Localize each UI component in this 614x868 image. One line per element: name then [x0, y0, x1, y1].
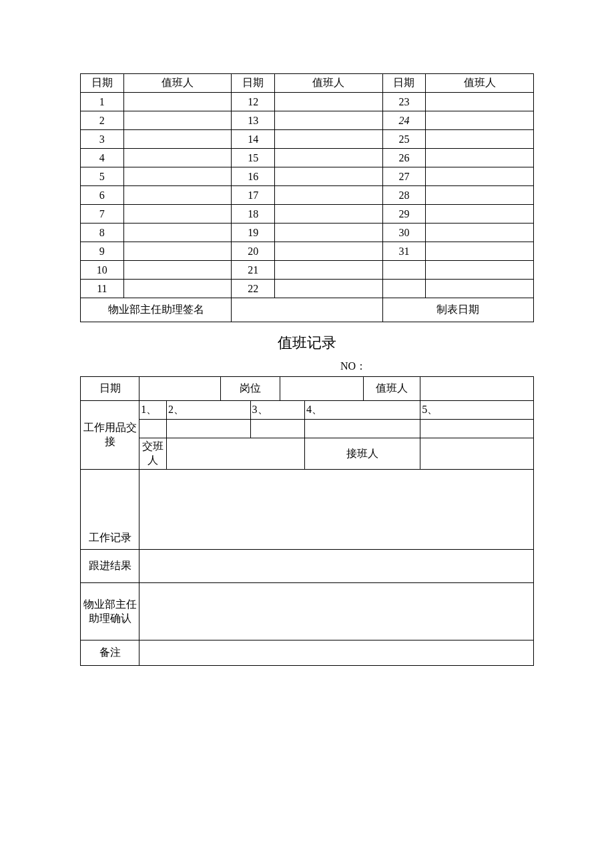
person-cell[interactable] [426, 242, 534, 261]
table-row: 跟进结果 [81, 550, 534, 583]
handover-value[interactable] [166, 438, 304, 470]
post-label: 岗位 [221, 377, 280, 401]
table-row: 6 17 28 [81, 186, 534, 205]
date-cell: 3 [81, 130, 124, 149]
date-cell: 24 [382, 111, 426, 130]
handover-label: 交班人 [139, 438, 167, 470]
person-cell[interactable] [274, 280, 382, 298]
date-cell: 10 [81, 261, 124, 280]
receiver-label: 接班人 [305, 438, 420, 470]
confirm-label: 物业部主任助理确认 [81, 583, 139, 640]
item-cell[interactable]: 1、 [139, 401, 167, 420]
date-cell: 17 [232, 186, 275, 205]
person-cell[interactable] [123, 280, 232, 298]
person-cell[interactable] [426, 205, 534, 224]
remark-label: 备注 [81, 640, 139, 666]
header-person: 值班人 [123, 74, 232, 93]
table-row [81, 420, 534, 438]
date-cell: 4 [81, 149, 124, 167]
person-cell[interactable] [426, 280, 534, 298]
date-cell [382, 280, 426, 298]
header-person: 值班人 [426, 74, 534, 93]
table-row: 10 21 [81, 261, 534, 280]
person-cell[interactable] [123, 205, 232, 224]
table-row: 工作记录 [81, 470, 534, 550]
table-row: 5 16 27 [81, 167, 534, 186]
person-cell[interactable] [274, 93, 382, 111]
person-cell[interactable] [123, 130, 232, 149]
date-cell: 5 [81, 167, 124, 186]
header-date: 日期 [232, 74, 275, 93]
table-row: 8 19 30 [81, 224, 534, 242]
person-cell[interactable] [123, 186, 232, 205]
signature-label: 物业部主任助理签名 [81, 298, 232, 322]
person-cell[interactable] [274, 167, 382, 186]
item-detail[interactable] [250, 420, 304, 438]
person-cell[interactable] [274, 111, 382, 130]
item-detail[interactable] [166, 420, 250, 438]
item-detail[interactable] [305, 420, 420, 438]
header-date: 日期 [81, 74, 124, 93]
person-cell[interactable] [123, 224, 232, 242]
item-detail[interactable] [139, 420, 167, 438]
person-label: 值班人 [364, 377, 420, 401]
item-cell[interactable]: 4、 [305, 401, 420, 420]
person-cell[interactable] [426, 111, 534, 130]
person-value[interactable] [420, 377, 534, 401]
item-cell[interactable]: 3、 [250, 401, 304, 420]
person-cell[interactable] [426, 130, 534, 149]
person-cell[interactable] [123, 111, 232, 130]
person-cell[interactable] [274, 242, 382, 261]
person-cell[interactable] [123, 93, 232, 111]
date-cell: 31 [382, 242, 426, 261]
date-cell: 13 [232, 111, 275, 130]
table-row: 日期 岗位 值班人 [81, 377, 534, 401]
remark-value[interactable] [139, 640, 534, 666]
date-cell: 11 [81, 280, 124, 298]
person-cell[interactable] [274, 149, 382, 167]
table-row: 日期 值班人 日期 值班人 日期 值班人 [81, 74, 534, 93]
post-value[interactable] [280, 377, 364, 401]
table-row: 4 15 26 [81, 149, 534, 167]
item-cell[interactable]: 5、 [420, 401, 534, 420]
person-cell[interactable] [426, 93, 534, 111]
person-cell[interactable] [274, 205, 382, 224]
person-cell[interactable] [426, 149, 534, 167]
person-cell[interactable] [274, 130, 382, 149]
person-cell[interactable] [274, 186, 382, 205]
table-row: 7 18 29 [81, 205, 534, 224]
date-cell: 29 [382, 205, 426, 224]
table-row: 交班人 接班人 [81, 438, 534, 470]
person-cell[interactable] [426, 261, 534, 280]
receiver-value[interactable] [420, 438, 534, 470]
person-cell[interactable] [123, 167, 232, 186]
date-cell: 1 [81, 93, 124, 111]
date-cell: 6 [81, 186, 124, 205]
person-cell[interactable] [426, 167, 534, 186]
date-cell: 7 [81, 205, 124, 224]
table-row: 备注 [81, 640, 534, 666]
person-cell[interactable] [274, 261, 382, 280]
header-date: 日期 [382, 74, 426, 93]
person-cell[interactable] [426, 224, 534, 242]
person-cell[interactable] [123, 242, 232, 261]
confirm-value[interactable] [139, 583, 534, 640]
date-value[interactable] [139, 377, 221, 401]
date-cell: 2 [81, 111, 124, 130]
date-label: 日期 [81, 377, 139, 401]
person-cell[interactable] [123, 149, 232, 167]
date-cell: 16 [232, 167, 275, 186]
log-value[interactable] [139, 470, 534, 550]
item-detail[interactable] [420, 420, 534, 438]
signature-value[interactable] [232, 298, 382, 322]
follow-value[interactable] [139, 550, 534, 583]
item-cell[interactable]: 2、 [166, 401, 250, 420]
date-cell: 30 [382, 224, 426, 242]
table-row: 工作用品交接 1、 2、 3、 4、 5、 [81, 401, 534, 420]
duty-schedule-table: 日期 值班人 日期 值班人 日期 值班人 1 12 23 2 13 24 3 1… [80, 73, 534, 322]
person-cell[interactable] [426, 186, 534, 205]
date-cell: 15 [232, 149, 275, 167]
person-cell[interactable] [274, 224, 382, 242]
date-cell: 25 [382, 130, 426, 149]
person-cell[interactable] [123, 261, 232, 280]
